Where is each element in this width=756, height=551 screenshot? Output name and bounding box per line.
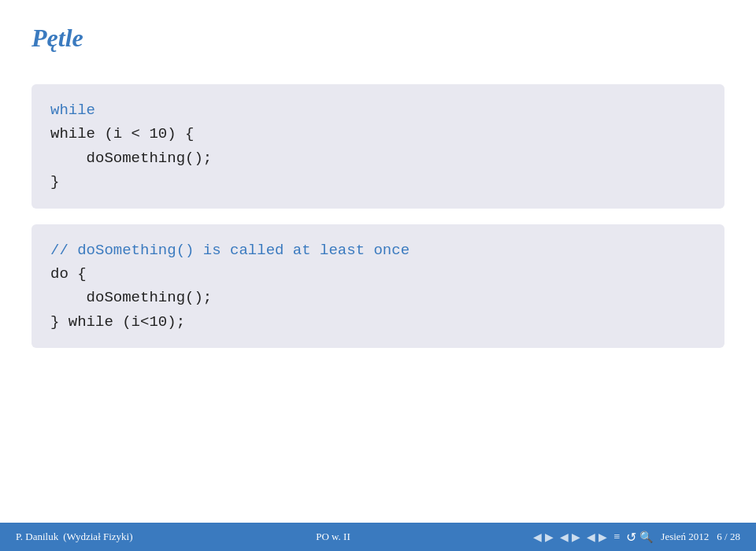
while-code-block: while while (i < 10) { doSomething(); } [32, 84, 724, 209]
footer-right: ◀ ▶ ◀ ▶ ◀ ▶ ≡ ↺ 🔍 Jesień 2012 6 / 28 [533, 530, 740, 545]
footer-center: PO w. II [316, 531, 350, 543]
dowhile-comment: // doSomething() is called at least once [50, 239, 706, 262]
nav-right2-icon[interactable]: ▶ [572, 531, 580, 544]
dowhile-line-3: } while (i<10); [50, 310, 706, 334]
nav-menu-icon[interactable]: ≡ [613, 531, 620, 543]
page-container: Pętle while while (i < 10) { doSomething… [0, 0, 756, 551]
footer-left: P. Daniluk (Wydział Fizyki) [16, 531, 133, 543]
dowhile-line-1: do { [50, 262, 706, 286]
while-line-2: doSomething(); [50, 146, 706, 170]
footer-page: 6 / 28 [717, 531, 740, 543]
nav-left3-icon[interactable]: ◀ [587, 531, 595, 544]
footer-author: P. Daniluk [16, 531, 58, 543]
while-keyword-line: while [50, 98, 706, 122]
footer-course: PO w. II [316, 531, 350, 543]
nav-left2-icon[interactable]: ◀ [560, 531, 569, 544]
footer-org: (Wydział Fizyki) [63, 531, 132, 543]
comment-text: // doSomething() is called at least once [50, 242, 410, 259]
nav-search-icon[interactable]: 🔍 [639, 531, 653, 544]
while-line-1: while (i < 10) { [50, 122, 706, 146]
while-keyword: while [50, 102, 95, 119]
nav-left-icon[interactable]: ◀ [533, 531, 542, 544]
content-area: while while (i < 10) { doSomething(); } … [32, 84, 724, 551]
nav-right3-icon[interactable]: ▶ [598, 531, 607, 544]
nav-right-icon[interactable]: ▶ [545, 531, 554, 544]
footer-date: Jesień 2012 [661, 531, 709, 543]
bottom-bar: P. Daniluk (Wydział Fizyki) PO w. II ◀ ▶… [0, 523, 756, 551]
loop-icon[interactable]: ↺ [626, 530, 636, 545]
dowhile-line-2: doSomething(); [50, 286, 706, 309]
while-line-3: } [50, 170, 706, 194]
dowhile-code-block: // doSomething() is called at least once… [32, 224, 724, 349]
page-title: Pętle [32, 24, 724, 53]
nav-icons: ◀ ▶ ◀ ▶ ◀ ▶ ≡ ↺ 🔍 [533, 530, 653, 545]
